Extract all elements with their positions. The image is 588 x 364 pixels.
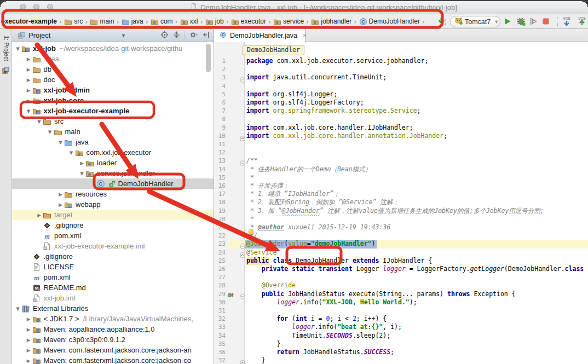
vcs-update-button[interactable]: VCS: [562, 16, 572, 29]
hide-panel-icon[interactable]: [202, 31, 210, 41]
tree-scrollbar[interactable]: [206, 44, 211, 72]
code-line-29[interactable]: 29 public JobHandleStatus execute(String…: [214, 290, 588, 298]
code-line-21[interactable]: 21 * @author xuxueli 2015-12-19 19:43:36: [214, 223, 588, 232]
collapsed-arrow-icon[interactable]: ▶: [25, 316, 32, 322]
intention-bulb-icon[interactable]: [247, 228, 255, 239]
expanded-arrow-icon[interactable]: ▼: [25, 108, 32, 114]
tree-item-xxl-job-iml[interactable]: xxl-job.iml: [12, 293, 214, 303]
expanded-arrow-icon[interactable]: ▼: [78, 171, 85, 176]
code-line-20[interactable]: 20 *: [214, 215, 588, 223]
code-line-5[interactable]: 5import org.slf4j.Logger;: [214, 90, 588, 99]
tree-item--jdk1-7-[interactable]: ▶< JDK1.7 >/Library/Java/JavaVirtualMach…: [12, 314, 214, 324]
code-line-10[interactable]: 10import com.xxl.job.core.handler.annota…: [214, 132, 588, 140]
tree-item-java[interactable]: ▼java: [12, 137, 214, 147]
expanded-arrow-icon[interactable]: ▼: [57, 140, 64, 145]
code-line-27[interactable]: 27: [214, 273, 588, 281]
code-line-36[interactable]: 36 return JobHandleStatus.SUCCESS;: [214, 348, 588, 356]
fold-start-icon[interactable]: [240, 292, 245, 297]
code-line-11[interactable]: 11: [214, 140, 588, 148]
tree-item-license[interactable]: LICENSE: [12, 262, 214, 272]
code-line-35[interactable]: 35 }: [214, 340, 588, 348]
collapsed-arrow-icon[interactable]: ▶: [57, 202, 64, 207]
tree-item-pom-xml[interactable]: mpom.xml: [12, 230, 214, 241]
fold-end-icon[interactable]: [240, 358, 245, 363]
code-line-31[interactable]: 31: [214, 307, 588, 315]
code-line-9[interactable]: 9import com.xxl.job.core.handler.IJobHan…: [214, 124, 588, 132]
tree-item-readme-md[interactable]: MREADME.md: [12, 282, 214, 293]
fold-end-icon[interactable]: [240, 250, 245, 256]
collapsed-arrow-icon[interactable]: ▶: [25, 88, 32, 93]
tree-item-loader[interactable]: ▶loader: [12, 158, 214, 168]
close-window-button[interactable]: [20, 4, 26, 10]
collapsed-arrow-icon[interactable]: ▶: [36, 212, 43, 218]
editor-tab[interactable]: C DemoJobHandler.java ×: [214, 29, 305, 42]
code-line-34[interactable]: 34 TimeUnit.SECONDS.sleep(2);: [214, 332, 588, 340]
code-line-19[interactable]: 19 * 3、加 “@JobHander” 注解，注解value值为新增任务生成…: [214, 207, 588, 215]
tree-item-maven-aopalliance-aopalliance-1-0[interactable]: ▶Maven: aopalliance:aopalliance:1.0: [12, 324, 214, 334]
tree-item-maven-c3p0-c3p0-0-9-1-2[interactable]: ▶Maven: c3p0:c3p0:0.9.1.2: [12, 334, 214, 345]
close-tab-icon[interactable]: ×: [303, 32, 307, 39]
coverage-button[interactable]: [529, 17, 538, 28]
chevron-down-icon[interactable]: ▼: [121, 29, 126, 42]
tree-item-demojobhandler[interactable]: CDemoJobHandler: [12, 178, 214, 189]
project-stripe-button[interactable]: 1: Project: [3, 36, 10, 90]
tree-item-resources[interactable]: ▶resources: [12, 189, 214, 199]
breadcrumb-item-executor-example[interactable]: executor-example: [1, 18, 57, 25]
code-line-14[interactable]: 14 * 任务Handler的一个Demo（Bean模式）: [214, 165, 588, 174]
expanded-arrow-icon[interactable]: ▼: [14, 306, 21, 311]
expanded-arrow-icon[interactable]: ▼: [47, 129, 54, 135]
tree-item-target[interactable]: ▶target: [12, 210, 214, 220]
code-line-8[interactable]: 8: [214, 115, 588, 123]
code-line-28[interactable]: 28 @Override: [214, 281, 588, 290]
breadcrumb-item-jobhandler[interactable]: jobhandler: [311, 18, 351, 26]
collapsed-arrow-icon[interactable]: ▶: [25, 337, 32, 343]
code-line-3[interactable]: 3import java.util.concurrent.TimeUnit;: [214, 73, 588, 82]
code-line-33[interactable]: 33 logger.info("beat at:{}", i);: [214, 323, 588, 331]
stop-button[interactable]: [541, 17, 550, 28]
debug-button[interactable]: [517, 17, 526, 28]
code-line-2[interactable]: 2: [214, 65, 588, 73]
run-configuration-select[interactable]: Tomcat7 ▼: [450, 16, 500, 27]
collapsed-arrow-icon[interactable]: ▶: [25, 77, 32, 83]
breadcrumb-item-java[interactable]: java: [122, 18, 143, 26]
code-line-1[interactable]: 1package com.xxl.job.executor.service.jo…: [214, 57, 588, 65]
tree-item-xxl-job-executor-example[interactable]: ▼xxl-job-executor-example: [12, 106, 214, 116]
tree-item-main[interactable]: ▼main: [12, 126, 214, 137]
tree-item-maven-com-fasterxml-jackson-core-jackson-co[interactable]: ▶Maven: com.fasterxml.jackson.core:jacks…: [12, 355, 214, 364]
code-line-26[interactable]: 26 private static transient Logger logge…: [214, 265, 588, 273]
tree-item-maven-com-fasterxml-jackson-core-jackson-an[interactable]: ▶Maven: com.fasterxml.jackson.core:jacks…: [12, 345, 214, 355]
code-line-16[interactable]: 16 * 开发步骤：: [214, 182, 588, 190]
breadcrumb-item-demojobhandler[interactable]: CDemoJobHandler: [359, 18, 420, 26]
code-line-30[interactable]: 30 logger.info("XXL-JOB, Hello World.");: [214, 298, 588, 307]
expanded-arrow-icon[interactable]: ▼: [14, 46, 21, 51]
code-line-32[interactable]: 32 for (int i = 0; i < 2; i++) {: [214, 315, 588, 323]
code-line-18[interactable]: 18 * 2、装配到Spring，例如加 “@Service” 注解；: [214, 198, 588, 206]
fold-end-icon[interactable]: [240, 134, 245, 139]
code-line-13[interactable]: 13/**: [214, 157, 588, 165]
tree-item--idea[interactable]: ▶.idea: [12, 54, 214, 64]
tree-item-xxl-job[interactable]: ▼xxl-job ~/workspaces/idea-git-workspace…: [12, 43, 214, 54]
tree-item--gitignore[interactable]: .gitignore: [12, 251, 214, 262]
tree-item-external-libraries[interactable]: ▼External Libraries: [12, 303, 214, 314]
collapsed-arrow-icon[interactable]: ▶: [25, 358, 32, 363]
locate-icon[interactable]: [160, 31, 169, 41]
fold-start-icon[interactable]: [240, 75, 245, 80]
fold-start-icon[interactable]: [240, 158, 245, 164]
breadcrumb-item-executor[interactable]: executor: [231, 18, 266, 26]
expanded-arrow-icon[interactable]: ▼: [36, 119, 43, 124]
tree-item-webapp[interactable]: ▶webapp: [12, 199, 214, 210]
editor-body[interactable]: 1package com.xxl.job.executor.service.jo…: [214, 42, 588, 364]
collapsed-arrow-icon[interactable]: ▶: [25, 348, 32, 353]
tree-item-xxl-job-admin[interactable]: ▶xxl-job-admin: [12, 85, 214, 95]
code-line-12[interactable]: 12: [214, 148, 588, 157]
code-line-6[interactable]: 6import org.slf4j.LoggerFactory;: [214, 99, 588, 107]
code-line-7[interactable]: 7import org.springframework.stereotype.S…: [214, 107, 588, 115]
code-line-17[interactable]: 17 * 1、继承 “IJobHandler”；: [214, 190, 588, 198]
tree-item--gitignore[interactable]: .gitignore: [12, 220, 214, 230]
breadcrumb-item-service[interactable]: service: [273, 18, 304, 26]
tree-item-xxl-job-core[interactable]: ▶xxl-job-core: [12, 95, 214, 106]
breadcrumb-item-job[interactable]: job: [205, 18, 224, 26]
code-line-15[interactable]: 15 *: [214, 174, 588, 182]
breadcrumb-item-main[interactable]: main: [90, 18, 114, 26]
tree-item-xxl-job-executor-example-iml[interactable]: xxl-job-executor-example.iml: [12, 241, 214, 251]
